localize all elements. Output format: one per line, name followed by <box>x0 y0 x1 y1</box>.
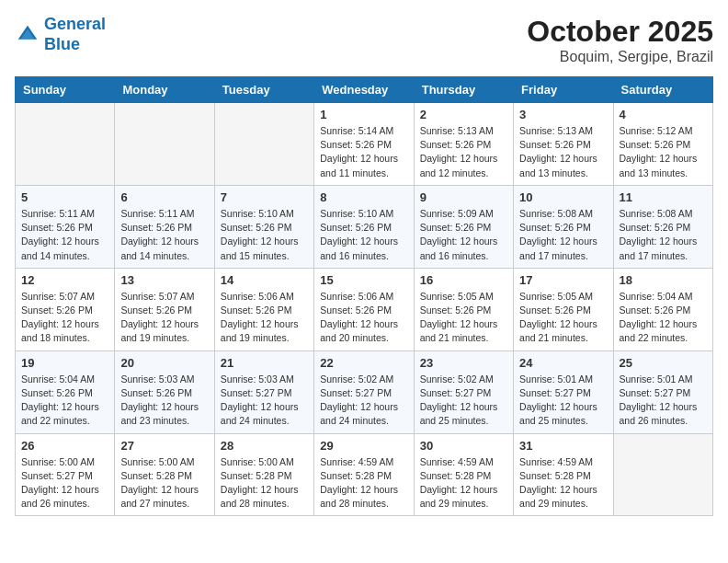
calendar-cell: 2Sunrise: 5:13 AM Sunset: 5:26 PM Daylig… <box>414 103 513 186</box>
day-number: 24 <box>519 356 607 370</box>
day-info: Sunrise: 5:13 AM Sunset: 5:26 PM Dayligh… <box>420 124 507 180</box>
day-info: Sunrise: 5:08 AM Sunset: 5:26 PM Dayligh… <box>620 207 707 263</box>
day-info: Sunrise: 5:01 AM Sunset: 5:27 PM Dayligh… <box>519 373 607 429</box>
day-number: 28 <box>221 439 308 453</box>
weekday-header-saturday: Saturday <box>613 77 712 103</box>
day-info: Sunrise: 5:06 AM Sunset: 5:26 PM Dayligh… <box>320 290 407 346</box>
day-info: Sunrise: 5:05 AM Sunset: 5:26 PM Dayligh… <box>519 290 607 346</box>
logo-text: General Blue <box>44 15 106 54</box>
day-info: Sunrise: 5:04 AM Sunset: 5:26 PM Dayligh… <box>21 373 108 429</box>
calendar-cell: 26Sunrise: 5:00 AM Sunset: 5:27 PM Dayli… <box>16 433 115 516</box>
weekday-header-thursday: Thursday <box>414 77 513 103</box>
day-number: 26 <box>21 439 108 453</box>
calendar-cell <box>613 433 712 516</box>
weekday-header-sunday: Sunday <box>16 77 115 103</box>
day-number: 13 <box>120 273 208 287</box>
weekday-header-row: SundayMondayTuesdayWednesdayThursdayFrid… <box>16 77 713 103</box>
day-info: Sunrise: 5:03 AM Sunset: 5:26 PM Dayligh… <box>120 373 208 429</box>
day-number: 10 <box>519 190 607 204</box>
calendar-cell: 9Sunrise: 5:09 AM Sunset: 5:26 PM Daylig… <box>414 185 513 268</box>
calendar-cell: 14Sunrise: 5:06 AM Sunset: 5:26 PM Dayli… <box>214 268 313 350</box>
calendar-week-row: 19Sunrise: 5:04 AM Sunset: 5:26 PM Dayli… <box>16 350 713 433</box>
day-number: 16 <box>420 273 507 287</box>
day-number: 2 <box>420 108 507 121</box>
day-info: Sunrise: 4:59 AM Sunset: 5:28 PM Dayligh… <box>519 455 607 511</box>
calendar-cell: 20Sunrise: 5:03 AM Sunset: 5:26 PM Dayli… <box>115 350 214 433</box>
calendar-week-row: 1Sunrise: 5:14 AM Sunset: 5:26 PM Daylig… <box>16 103 713 186</box>
day-number: 12 <box>21 273 108 287</box>
calendar-cell: 25Sunrise: 5:01 AM Sunset: 5:27 PM Dayli… <box>613 350 712 433</box>
calendar-cell: 8Sunrise: 5:10 AM Sunset: 5:26 PM Daylig… <box>314 185 414 268</box>
calendar-cell: 4Sunrise: 5:12 AM Sunset: 5:26 PM Daylig… <box>613 103 712 186</box>
calendar-cell: 3Sunrise: 5:13 AM Sunset: 5:26 PM Daylig… <box>514 103 613 186</box>
day-number: 25 <box>620 356 707 370</box>
day-info: Sunrise: 5:00 AM Sunset: 5:28 PM Dayligh… <box>120 455 208 511</box>
day-number: 1 <box>320 108 407 121</box>
day-info: Sunrise: 5:04 AM Sunset: 5:26 PM Dayligh… <box>620 290 707 346</box>
calendar-cell: 12Sunrise: 5:07 AM Sunset: 5:26 PM Dayli… <box>16 268 115 350</box>
logo-icon <box>15 22 40 48</box>
calendar-cell <box>115 103 214 186</box>
calendar-cell: 28Sunrise: 5:00 AM Sunset: 5:28 PM Dayli… <box>214 433 313 516</box>
day-number: 22 <box>320 356 407 370</box>
day-number: 3 <box>519 108 607 121</box>
calendar-cell <box>16 103 115 186</box>
logo: General Blue <box>15 15 106 54</box>
calendar-cell: 6Sunrise: 5:11 AM Sunset: 5:26 PM Daylig… <box>115 185 214 268</box>
calendar-cell: 31Sunrise: 4:59 AM Sunset: 5:28 PM Dayli… <box>514 433 613 516</box>
calendar-cell: 7Sunrise: 5:10 AM Sunset: 5:26 PM Daylig… <box>214 185 313 268</box>
calendar-cell: 11Sunrise: 5:08 AM Sunset: 5:26 PM Dayli… <box>613 185 712 268</box>
calendar-cell: 10Sunrise: 5:08 AM Sunset: 5:26 PM Dayli… <box>514 185 613 268</box>
month-title: October 2025 <box>527 15 713 49</box>
weekday-header-wednesday: Wednesday <box>314 77 414 103</box>
day-number: 4 <box>620 108 707 121</box>
day-info: Sunrise: 5:10 AM Sunset: 5:26 PM Dayligh… <box>221 207 308 263</box>
calendar-cell: 19Sunrise: 5:04 AM Sunset: 5:26 PM Dayli… <box>16 350 115 433</box>
calendar-cell: 21Sunrise: 5:03 AM Sunset: 5:27 PM Dayli… <box>214 350 313 433</box>
day-number: 6 <box>120 190 208 204</box>
day-info: Sunrise: 5:05 AM Sunset: 5:26 PM Dayligh… <box>420 290 507 346</box>
day-number: 18 <box>620 273 707 287</box>
day-info: Sunrise: 5:00 AM Sunset: 5:27 PM Dayligh… <box>21 455 108 511</box>
day-info: Sunrise: 5:07 AM Sunset: 5:26 PM Dayligh… <box>120 290 208 346</box>
calendar-cell: 23Sunrise: 5:02 AM Sunset: 5:27 PM Dayli… <box>414 350 513 433</box>
day-number: 7 <box>221 190 308 204</box>
day-info: Sunrise: 5:06 AM Sunset: 5:26 PM Dayligh… <box>221 290 308 346</box>
day-number: 31 <box>519 439 607 453</box>
title-block: October 2025 Boquim, Sergipe, Brazil <box>527 15 713 65</box>
day-number: 21 <box>221 356 308 370</box>
day-info: Sunrise: 5:00 AM Sunset: 5:28 PM Dayligh… <box>221 455 308 511</box>
day-number: 17 <box>519 273 607 287</box>
day-info: Sunrise: 5:13 AM Sunset: 5:26 PM Dayligh… <box>519 124 607 180</box>
calendar-cell: 30Sunrise: 4:59 AM Sunset: 5:28 PM Dayli… <box>414 433 513 516</box>
calendar-cell: 29Sunrise: 4:59 AM Sunset: 5:28 PM Dayli… <box>314 433 414 516</box>
day-info: Sunrise: 4:59 AM Sunset: 5:28 PM Dayligh… <box>420 455 507 511</box>
calendar-cell: 18Sunrise: 5:04 AM Sunset: 5:26 PM Dayli… <box>613 268 712 350</box>
page-header: General Blue October 2025 Boquim, Sergip… <box>15 15 713 65</box>
day-info: Sunrise: 5:12 AM Sunset: 5:26 PM Dayligh… <box>620 124 707 180</box>
calendar-cell: 22Sunrise: 5:02 AM Sunset: 5:27 PM Dayli… <box>314 350 414 433</box>
calendar-cell: 13Sunrise: 5:07 AM Sunset: 5:26 PM Dayli… <box>115 268 214 350</box>
day-number: 8 <box>320 190 407 204</box>
day-info: Sunrise: 5:02 AM Sunset: 5:27 PM Dayligh… <box>420 373 507 429</box>
calendar-cell: 16Sunrise: 5:05 AM Sunset: 5:26 PM Dayli… <box>414 268 513 350</box>
weekday-header-tuesday: Tuesday <box>214 77 313 103</box>
day-info: Sunrise: 5:11 AM Sunset: 5:26 PM Dayligh… <box>21 207 108 263</box>
day-info: Sunrise: 4:59 AM Sunset: 5:28 PM Dayligh… <box>320 455 407 511</box>
calendar-cell: 17Sunrise: 5:05 AM Sunset: 5:26 PM Dayli… <box>514 268 613 350</box>
day-info: Sunrise: 5:07 AM Sunset: 5:26 PM Dayligh… <box>21 290 108 346</box>
calendar-week-row: 26Sunrise: 5:00 AM Sunset: 5:27 PM Dayli… <box>16 433 713 516</box>
calendar-week-row: 12Sunrise: 5:07 AM Sunset: 5:26 PM Dayli… <box>16 268 713 350</box>
location: Boquim, Sergipe, Brazil <box>527 49 713 65</box>
day-number: 20 <box>120 356 208 370</box>
day-number: 19 <box>21 356 108 370</box>
day-number: 15 <box>320 273 407 287</box>
day-info: Sunrise: 5:14 AM Sunset: 5:26 PM Dayligh… <box>320 124 407 180</box>
calendar-cell: 27Sunrise: 5:00 AM Sunset: 5:28 PM Dayli… <box>115 433 214 516</box>
weekday-header-monday: Monday <box>115 77 214 103</box>
day-number: 23 <box>420 356 507 370</box>
day-info: Sunrise: 5:03 AM Sunset: 5:27 PM Dayligh… <box>221 373 308 429</box>
day-number: 9 <box>420 190 507 204</box>
calendar-cell: 15Sunrise: 5:06 AM Sunset: 5:26 PM Dayli… <box>314 268 414 350</box>
day-info: Sunrise: 5:11 AM Sunset: 5:26 PM Dayligh… <box>120 207 208 263</box>
